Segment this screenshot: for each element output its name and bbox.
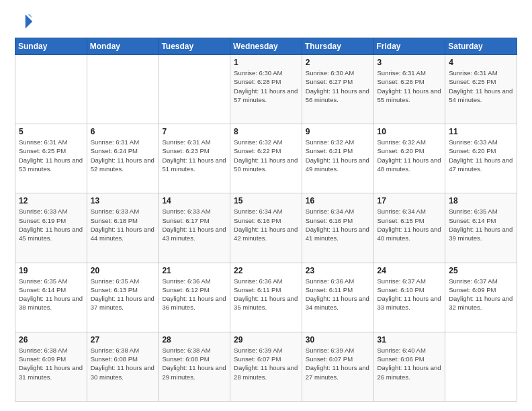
week-row-2: 5Sunrise: 6:31 AMSunset: 6:25 PMDaylight… <box>15 124 517 193</box>
logo-icon <box>15 12 34 31</box>
day-number: 31 <box>378 335 442 345</box>
day-cell: 14Sunrise: 6:33 AMSunset: 6:17 PMDayligh… <box>159 193 230 263</box>
day-info: Sunrise: 6:31 AMSunset: 6:25 PMDaylight:… <box>449 68 513 104</box>
day-number: 5 <box>19 127 83 136</box>
day-info: Sunrise: 6:33 AMSunset: 6:20 PMDaylight:… <box>449 138 513 173</box>
day-info: Sunrise: 6:30 AMSunset: 6:27 PMDaylight:… <box>306 68 370 104</box>
day-number: 18 <box>449 196 513 205</box>
day-cell: 5Sunrise: 6:31 AMSunset: 6:25 PMDaylight… <box>15 124 87 193</box>
day-info: Sunrise: 6:33 AMSunset: 6:19 PMDaylight:… <box>19 207 83 242</box>
day-cell: 8Sunrise: 6:32 AMSunset: 6:22 PMDaylight… <box>230 124 302 193</box>
day-number: 11 <box>449 127 513 136</box>
day-info: Sunrise: 6:31 AMSunset: 6:25 PMDaylight:… <box>19 138 83 173</box>
day-number: 6 <box>91 127 155 136</box>
day-cell: 26Sunrise: 6:38 AMSunset: 6:09 PMDayligh… <box>15 332 87 401</box>
day-number: 30 <box>306 335 370 345</box>
day-number: 13 <box>91 196 155 205</box>
weekday-header-tuesday: Tuesday <box>159 38 230 55</box>
day-cell: 17Sunrise: 6:34 AMSunset: 6:15 PMDayligh… <box>373 193 445 263</box>
day-number: 17 <box>378 196 442 205</box>
day-cell: 4Sunrise: 6:31 AMSunset: 6:25 PMDaylight… <box>445 55 517 124</box>
weekday-header-monday: Monday <box>87 38 159 55</box>
day-number: 26 <box>19 335 83 345</box>
weekday-header-row: SundayMondayTuesdayWednesdayThursdayFrid… <box>15 38 517 55</box>
day-number: 8 <box>234 127 298 136</box>
day-info: Sunrise: 6:30 AMSunset: 6:28 PMDaylight:… <box>234 68 298 104</box>
day-info: Sunrise: 6:32 AMSunset: 6:20 PMDaylight:… <box>378 138 442 173</box>
day-cell: 11Sunrise: 6:33 AMSunset: 6:20 PMDayligh… <box>445 124 517 193</box>
weekday-header-saturday: Saturday <box>445 38 517 55</box>
day-info: Sunrise: 6:36 AMSunset: 6:11 PMDaylight:… <box>306 277 370 312</box>
calendar: SundayMondayTuesdayWednesdayThursdayFrid… <box>15 38 517 402</box>
day-info: Sunrise: 6:35 AMSunset: 6:13 PMDaylight:… <box>91 277 155 312</box>
day-cell: 1Sunrise: 6:30 AMSunset: 6:28 PMDaylight… <box>230 55 302 124</box>
day-info: Sunrise: 6:33 AMSunset: 6:18 PMDaylight:… <box>91 207 155 242</box>
header <box>15 12 517 31</box>
day-number: 14 <box>162 196 226 205</box>
day-cell: 23Sunrise: 6:36 AMSunset: 6:11 PMDayligh… <box>302 263 373 332</box>
day-number: 15 <box>234 196 298 205</box>
day-number: 27 <box>91 335 155 345</box>
weekday-header-friday: Friday <box>373 38 445 55</box>
day-number: 12 <box>19 196 83 205</box>
day-number: 1 <box>234 58 298 67</box>
day-info: Sunrise: 6:38 AMSunset: 6:09 PMDaylight:… <box>19 346 83 381</box>
day-cell: 21Sunrise: 6:36 AMSunset: 6:12 PMDayligh… <box>159 263 230 332</box>
day-info: Sunrise: 6:37 AMSunset: 6:10 PMDaylight:… <box>378 277 442 312</box>
day-cell: 3Sunrise: 6:31 AMSunset: 6:26 PMDaylight… <box>373 55 445 124</box>
day-cell: 2Sunrise: 6:30 AMSunset: 6:27 PMDaylight… <box>302 55 373 124</box>
day-info: Sunrise: 6:31 AMSunset: 6:23 PMDaylight:… <box>162 138 226 173</box>
day-number: 29 <box>234 335 298 345</box>
day-info: Sunrise: 6:34 AMSunset: 6:16 PMDaylight:… <box>306 207 370 242</box>
day-number: 16 <box>306 196 370 205</box>
day-number: 23 <box>306 266 370 275</box>
day-cell: 12Sunrise: 6:33 AMSunset: 6:19 PMDayligh… <box>15 193 87 263</box>
day-info: Sunrise: 6:38 AMSunset: 6:08 PMDaylight:… <box>162 346 226 381</box>
day-info: Sunrise: 6:37 AMSunset: 6:09 PMDaylight:… <box>449 277 513 312</box>
day-info: Sunrise: 6:31 AMSunset: 6:26 PMDaylight:… <box>378 68 442 104</box>
day-number: 7 <box>162 127 226 136</box>
day-number: 19 <box>19 266 83 275</box>
logo <box>15 12 36 31</box>
day-info: Sunrise: 6:35 AMSunset: 6:14 PMDaylight:… <box>19 277 83 312</box>
day-cell: 31Sunrise: 6:40 AMSunset: 6:06 PMDayligh… <box>373 332 445 401</box>
day-number: 21 <box>162 266 226 275</box>
day-info: Sunrise: 6:31 AMSunset: 6:24 PMDaylight:… <box>91 138 155 173</box>
day-cell <box>15 55 87 124</box>
day-cell: 28Sunrise: 6:38 AMSunset: 6:08 PMDayligh… <box>159 332 230 401</box>
day-cell <box>159 55 230 124</box>
day-cell: 20Sunrise: 6:35 AMSunset: 6:13 PMDayligh… <box>87 263 159 332</box>
day-cell: 24Sunrise: 6:37 AMSunset: 6:10 PMDayligh… <box>373 263 445 332</box>
day-number: 10 <box>378 127 442 136</box>
day-cell: 16Sunrise: 6:34 AMSunset: 6:16 PMDayligh… <box>302 193 373 263</box>
weekday-header-thursday: Thursday <box>302 38 373 55</box>
weekday-header-wednesday: Wednesday <box>230 38 302 55</box>
day-info: Sunrise: 6:35 AMSunset: 6:14 PMDaylight:… <box>449 207 513 242</box>
day-cell: 22Sunrise: 6:36 AMSunset: 6:11 PMDayligh… <box>230 263 302 332</box>
day-info: Sunrise: 6:34 AMSunset: 6:16 PMDaylight:… <box>234 207 298 242</box>
day-cell <box>87 55 159 124</box>
day-number: 25 <box>449 266 513 275</box>
day-cell: 9Sunrise: 6:32 AMSunset: 6:21 PMDaylight… <box>302 124 373 193</box>
day-info: Sunrise: 6:36 AMSunset: 6:12 PMDaylight:… <box>162 277 226 312</box>
day-number: 2 <box>306 58 370 67</box>
day-cell: 18Sunrise: 6:35 AMSunset: 6:14 PMDayligh… <box>445 193 517 263</box>
week-row-3: 12Sunrise: 6:33 AMSunset: 6:19 PMDayligh… <box>15 193 517 263</box>
day-info: Sunrise: 6:34 AMSunset: 6:15 PMDaylight:… <box>378 207 442 242</box>
day-number: 22 <box>234 266 298 275</box>
weekday-header-sunday: Sunday <box>15 38 87 55</box>
day-number: 4 <box>449 58 513 67</box>
day-cell <box>445 332 517 401</box>
day-cell: 13Sunrise: 6:33 AMSunset: 6:18 PMDayligh… <box>87 193 159 263</box>
day-info: Sunrise: 6:39 AMSunset: 6:07 PMDaylight:… <box>234 346 298 381</box>
day-number: 3 <box>378 58 442 67</box>
day-cell: 10Sunrise: 6:32 AMSunset: 6:20 PMDayligh… <box>373 124 445 193</box>
day-cell: 6Sunrise: 6:31 AMSunset: 6:24 PMDaylight… <box>87 124 159 193</box>
svg-marker-1 <box>28 15 32 18</box>
day-number: 9 <box>306 127 370 136</box>
day-cell: 15Sunrise: 6:34 AMSunset: 6:16 PMDayligh… <box>230 193 302 263</box>
day-info: Sunrise: 6:33 AMSunset: 6:17 PMDaylight:… <box>162 207 226 242</box>
day-info: Sunrise: 6:38 AMSunset: 6:08 PMDaylight:… <box>91 346 155 381</box>
week-row-4: 19Sunrise: 6:35 AMSunset: 6:14 PMDayligh… <box>15 263 517 332</box>
day-info: Sunrise: 6:39 AMSunset: 6:07 PMDaylight:… <box>306 346 370 381</box>
